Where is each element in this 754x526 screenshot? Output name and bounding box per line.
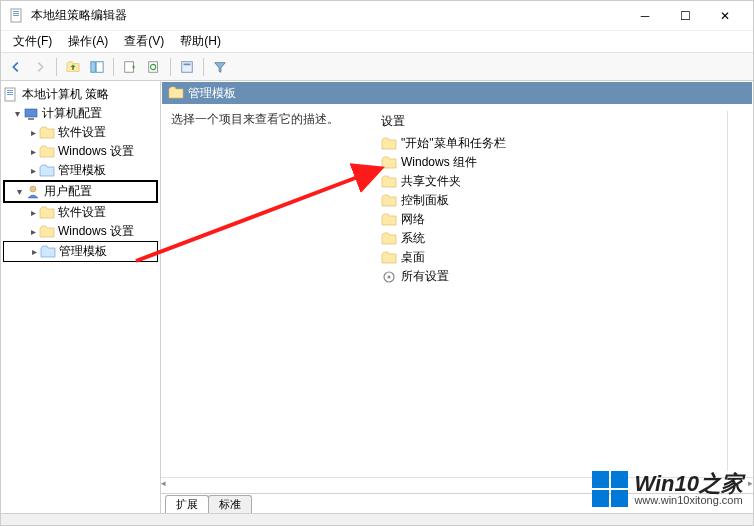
menubar: 文件(F) 操作(A) 查看(V) 帮助(H) [1, 31, 753, 53]
window-title: 本地组策略编辑器 [31, 7, 625, 24]
folder-icon [381, 250, 397, 266]
item-label: "开始"菜单和任务栏 [401, 135, 506, 152]
item-all-settings[interactable]: 所有设置 [381, 267, 727, 286]
caret-right-icon[interactable]: ▸ [28, 246, 40, 257]
user-icon [25, 184, 41, 200]
item-shared-folders[interactable]: 共享文件夹 [381, 172, 727, 191]
forward-button[interactable] [29, 56, 51, 78]
caret-down-icon[interactable]: ▾ [11, 108, 23, 119]
filter-button[interactable] [209, 56, 231, 78]
caret-right-icon[interactable]: ▸ [27, 146, 39, 157]
watermark: Win10之家 www.win10xitong.com [592, 471, 743, 507]
tree-uc-software[interactable]: ▸ 软件设置 [3, 203, 158, 222]
tree-cc-software-label: 软件设置 [58, 124, 106, 141]
tree-uc-windows-label: Windows 设置 [58, 223, 134, 240]
folder-icon [381, 212, 397, 228]
properties-button[interactable] [176, 56, 198, 78]
tab-standard[interactable]: 标准 [208, 495, 252, 513]
minimize-button[interactable]: ─ [625, 2, 665, 30]
content-panel: 管理模板 选择一个项目来查看它的描述。 设置 "开始"菜单和任务栏 Window… [161, 81, 753, 513]
status-bar [1, 513, 753, 525]
folder-icon [381, 231, 397, 247]
menu-file[interactable]: 文件(F) [5, 31, 60, 52]
toolbar [1, 53, 753, 81]
tree-uc-windows[interactable]: ▸ Windows 设置 [3, 222, 158, 241]
item-desktop[interactable]: 桌面 [381, 248, 727, 267]
close-button[interactable]: ✕ [705, 2, 745, 30]
folder-icon [39, 205, 55, 221]
back-button[interactable] [5, 56, 27, 78]
folder-icon [381, 174, 397, 190]
scroll-left-icon[interactable]: ◂ [161, 478, 166, 494]
folder-icon [39, 224, 55, 240]
svg-rect-10 [96, 61, 103, 72]
tree-computer-label: 计算机配置 [42, 105, 102, 122]
svg-rect-15 [184, 63, 191, 65]
watermark-url: www.win10xitong.com [634, 495, 743, 506]
folder-icon [39, 163, 55, 179]
tree-cc-admin-label: 管理模板 [58, 162, 106, 179]
up-button[interactable] [62, 56, 84, 78]
windows-logo-icon [592, 471, 628, 507]
gear-icon [381, 269, 397, 285]
app-icon [9, 8, 25, 24]
folder-icon [40, 244, 56, 260]
show-hide-tree-button[interactable] [86, 56, 108, 78]
item-label: 网络 [401, 211, 425, 228]
tab-extended[interactable]: 扩展 [165, 495, 209, 513]
refresh-button[interactable] [143, 56, 165, 78]
tree-user-config[interactable]: ▾ 用户配置 [3, 180, 158, 203]
item-label: Windows 组件 [401, 154, 477, 171]
item-start-menu[interactable]: "开始"菜单和任务栏 [381, 134, 727, 153]
folder-icon [381, 136, 397, 152]
svg-rect-11 [125, 61, 134, 72]
tree-computer-config[interactable]: ▾ 计算机配置 [3, 104, 158, 123]
caret-right-icon[interactable]: ▸ [27, 127, 39, 138]
item-windows-components[interactable]: Windows 组件 [381, 153, 727, 172]
menu-help[interactable]: 帮助(H) [172, 31, 229, 52]
item-network[interactable]: 网络 [381, 210, 727, 229]
caret-right-icon[interactable]: ▸ [27, 226, 39, 237]
item-control-panel[interactable]: 控制面板 [381, 191, 727, 210]
tree-cc-windows[interactable]: ▸ Windows 设置 [3, 142, 158, 161]
item-label: 控制面板 [401, 192, 449, 209]
menu-view[interactable]: 查看(V) [116, 31, 172, 52]
item-label: 共享文件夹 [401, 173, 461, 190]
description-text: 选择一个项目来查看它的描述。 [171, 111, 371, 128]
tree-cc-software[interactable]: ▸ 软件设置 [3, 123, 158, 142]
folder-icon [381, 155, 397, 171]
tree-uc-admin[interactable]: ▸ 管理模板 [3, 241, 158, 262]
titlebar: 本地组策略编辑器 ─ ☐ ✕ [1, 1, 753, 31]
settings-list: 设置 "开始"菜单和任务栏 Windows 组件 共享文件夹 控制面板 网络 系… [381, 111, 727, 471]
folder-icon [39, 125, 55, 141]
folder-icon [168, 85, 184, 101]
item-label: 桌面 [401, 249, 425, 266]
item-label: 所有设置 [401, 268, 449, 285]
caret-right-icon[interactable]: ▸ [27, 207, 39, 218]
settings-header: 设置 [381, 111, 727, 134]
watermark-title: Win10之家 [634, 473, 743, 495]
content-header-title: 管理模板 [188, 85, 236, 102]
scroll-right-icon[interactable]: ▸ [748, 478, 753, 494]
policy-icon [3, 87, 19, 103]
tree-cc-admin[interactable]: ▸ 管理模板 [3, 161, 158, 180]
menu-action[interactable]: 操作(A) [60, 31, 116, 52]
item-label: 系统 [401, 230, 425, 247]
tree-panel[interactable]: 本地计算机 策略 ▾ 计算机配置 ▸ 软件设置 ▸ Windows 设置 ▸ 管… [1, 81, 161, 513]
tree-cc-windows-label: Windows 设置 [58, 143, 134, 160]
item-system[interactable]: 系统 [381, 229, 727, 248]
caret-down-icon[interactable]: ▾ [13, 186, 25, 197]
tree-root[interactable]: 本地计算机 策略 [3, 85, 158, 104]
content-header: 管理模板 [162, 82, 752, 104]
svg-rect-9 [91, 61, 95, 72]
svg-rect-14 [182, 61, 193, 72]
tree-root-label: 本地计算机 策略 [22, 86, 109, 103]
computer-icon [23, 106, 39, 122]
export-button[interactable] [119, 56, 141, 78]
folder-icon [381, 193, 397, 209]
horizontal-scrollbar[interactable] [727, 111, 743, 471]
maximize-button[interactable]: ☐ [665, 2, 705, 30]
description-column: 选择一个项目来查看它的描述。 [171, 111, 381, 471]
caret-right-icon[interactable]: ▸ [27, 165, 39, 176]
tree-uc-admin-label: 管理模板 [59, 243, 107, 260]
